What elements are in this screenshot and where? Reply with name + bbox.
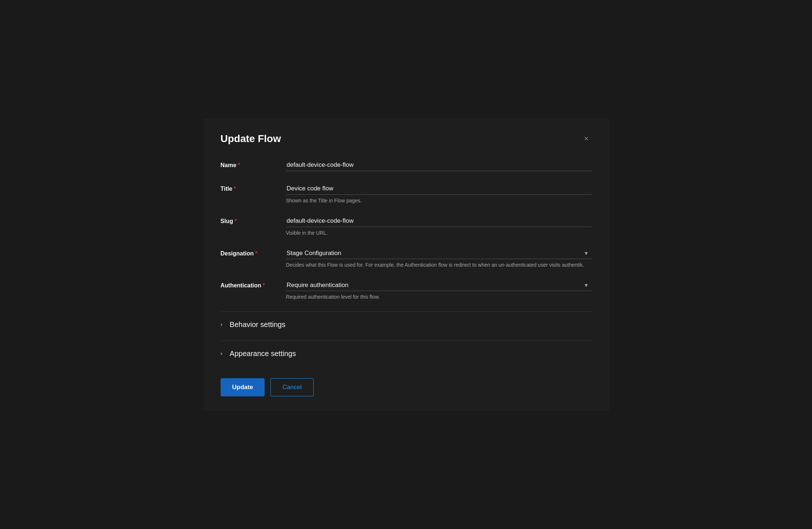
slug-hint: Visible in the URL. bbox=[286, 230, 592, 236]
title-input[interactable] bbox=[286, 183, 592, 195]
slug-control-wrapper: Visible in the URL. bbox=[286, 215, 592, 236]
appearance-settings-section: › Appearance settings bbox=[221, 340, 592, 367]
name-input[interactable] bbox=[286, 159, 592, 171]
designation-label: Designation* bbox=[221, 247, 286, 257]
behavior-settings-header[interactable]: › Behavior settings bbox=[221, 320, 592, 329]
form-actions: Update Cancel bbox=[221, 378, 592, 396]
designation-row: Designation* Stage Configuration Authent… bbox=[221, 247, 592, 268]
authentication-select-wrapper: Require authentication No authentication… bbox=[286, 279, 592, 291]
slug-label: Slug* bbox=[221, 215, 286, 225]
appearance-chevron-right-icon: › bbox=[221, 350, 222, 357]
title-control-wrapper: Shown as the Title in Flow pages. bbox=[286, 183, 592, 203]
slug-row: Slug* Visible in the URL. bbox=[221, 215, 592, 236]
authentication-hint: Required authentication level for this f… bbox=[286, 294, 592, 300]
title-label: Title* bbox=[221, 183, 286, 192]
name-required: * bbox=[238, 162, 240, 168]
title-hint: Shown as the Title in Flow pages. bbox=[286, 198, 592, 203]
designation-control-wrapper: Stage Configuration Authentication Autho… bbox=[286, 247, 592, 268]
designation-required: * bbox=[255, 250, 257, 257]
designation-hint: Decides what this Flow is used for. For … bbox=[286, 262, 592, 268]
name-label: Name* bbox=[221, 159, 286, 169]
name-control-wrapper bbox=[286, 159, 592, 171]
behavior-settings-section: › Behavior settings bbox=[221, 311, 592, 338]
authentication-label: Authentication* bbox=[221, 279, 286, 289]
authentication-control-wrapper: Require authentication No authentication… bbox=[286, 279, 592, 300]
slug-required: * bbox=[234, 218, 237, 224]
title-row: Title* Shown as the Title in Flow pages. bbox=[221, 183, 592, 203]
modal-header: Update Flow × bbox=[221, 133, 592, 145]
authentication-required: * bbox=[263, 282, 265, 288]
appearance-settings-title: Appearance settings bbox=[230, 350, 296, 358]
behavior-chevron-right-icon: › bbox=[221, 321, 222, 328]
name-row: Name* bbox=[221, 159, 592, 171]
modal-title: Update Flow bbox=[221, 133, 281, 145]
designation-select[interactable]: Stage Configuration Authentication Autho… bbox=[286, 247, 592, 259]
authentication-row: Authentication* Require authentication N… bbox=[221, 279, 592, 300]
designation-select-wrapper: Stage Configuration Authentication Autho… bbox=[286, 247, 592, 259]
close-button[interactable]: × bbox=[581, 133, 592, 144]
appearance-settings-header[interactable]: › Appearance settings bbox=[221, 350, 592, 358]
update-flow-modal: Update Flow × Name* Title* Shown as the … bbox=[203, 118, 609, 411]
slug-input[interactable] bbox=[286, 215, 592, 227]
cancel-button[interactable]: Cancel bbox=[270, 378, 314, 396]
authentication-select[interactable]: Require authentication No authentication… bbox=[286, 279, 592, 291]
title-required: * bbox=[234, 186, 236, 192]
update-button[interactable]: Update bbox=[221, 378, 265, 396]
behavior-settings-title: Behavior settings bbox=[230, 320, 285, 329]
